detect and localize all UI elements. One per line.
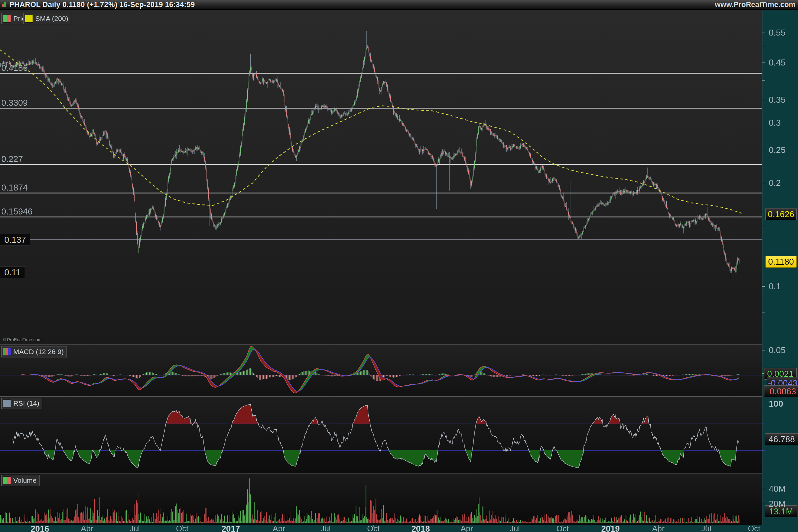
- sma-legend-label: SMA (200): [35, 15, 68, 23]
- rsi-legend-label: RSI (14): [13, 399, 39, 407]
- price-legend-icon: [3, 15, 11, 23]
- legend-volume[interactable]: Volume: [1, 475, 40, 486]
- candlestick-icon: [2, 2, 7, 8]
- volume-legend-icon: [3, 476, 11, 484]
- legend-sma[interactable]: SMA (200): [23, 13, 71, 24]
- legend-macd[interactable]: MACD (12 26 9): [1, 346, 67, 358]
- macd-legend-icon: [3, 348, 11, 356]
- volume-legend-label: Volume: [13, 476, 37, 484]
- trading-platform: PHAROL Daily 0.1180 (+1.72%) 16-Sep-2019…: [0, 0, 798, 532]
- title-bar: PHAROL Daily 0.1180 (+1.72%) 16-Sep-2019…: [0, 0, 798, 10]
- chart-canvas[interactable]: [0, 0, 798, 532]
- legend-rsi[interactable]: RSI (14): [1, 398, 42, 409]
- sma-legend-icon: [25, 15, 33, 23]
- macd-legend-label: MACD (12 26 9): [13, 348, 64, 356]
- rsi-legend-icon: [3, 399, 11, 407]
- instrument-title: PHAROL Daily 0.1180 (+1.72%) 16-Sep-2019…: [9, 0, 195, 9]
- website-link[interactable]: www.ProRealTime.com: [715, 0, 795, 9]
